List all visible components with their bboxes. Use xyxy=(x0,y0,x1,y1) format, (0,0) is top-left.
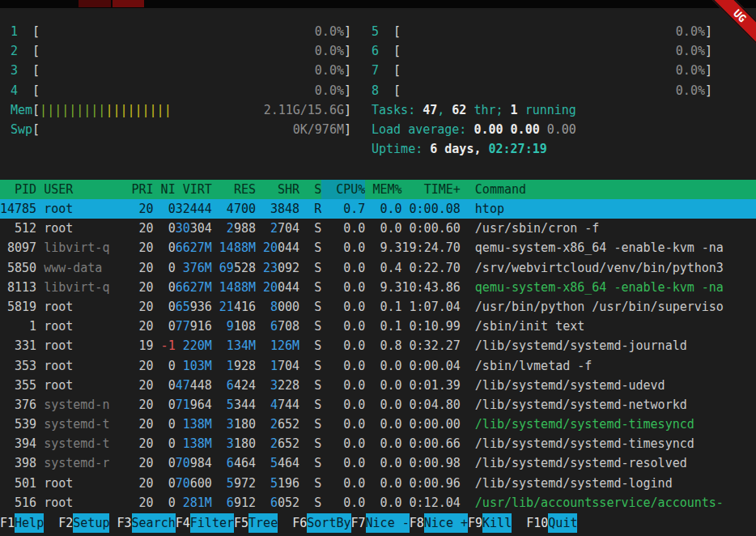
cell-shr: 3848 xyxy=(256,199,299,219)
cell-pri: 20 xyxy=(109,493,153,513)
cell-command: /lib/systemd/systemd-journald xyxy=(475,336,756,355)
process-row[interactable]: 8097libvirt-q2006627M1488M20044S0.09.319… xyxy=(0,238,756,257)
cell-time: 0:00.04 xyxy=(402,356,461,376)
cell-pri: 20 xyxy=(109,376,153,395)
cpu-meter-7-value: 0.0% xyxy=(676,61,705,80)
process-row[interactable]: 394systemd-t200138M31802652S0.00.00:00.6… xyxy=(0,434,756,453)
process-row[interactable]: 331root19-1220M134M126MS0.00.80:32.27/li… xyxy=(0,336,756,355)
column-header-ni[interactable]: NI xyxy=(154,180,176,199)
column-header-command[interactable]: Command xyxy=(475,180,756,199)
cell-cpu: 0.0 xyxy=(321,336,365,355)
cell-cpu: 0.0 xyxy=(321,317,365,336)
titlebar-fragment-1 xyxy=(79,0,111,7)
column-header-s[interactable]: S xyxy=(299,180,321,199)
cell-virt: 32444 xyxy=(176,199,212,219)
cell-pri: 20 xyxy=(109,297,153,317)
htop-terminal: UG 1[0.0%]2[0.0%]3[0.0%]4[0.0%]Mem[|||||… xyxy=(0,0,756,536)
cell-pri: 20 xyxy=(109,238,153,257)
cell-shr: 5196 xyxy=(256,474,299,493)
cell-res: 9108 xyxy=(212,317,256,336)
column-header-res[interactable]: RES xyxy=(212,180,256,199)
process-row[interactable]: 398systemd-r2007098464645464S0.00.00:00.… xyxy=(0,453,756,473)
column-header-virt[interactable]: VIRT xyxy=(176,180,212,199)
column-header-pid[interactable]: PID xyxy=(0,180,36,199)
cpu-meter-2-label: 2 xyxy=(11,41,32,61)
cell-s: R xyxy=(299,199,321,219)
cell-user: root xyxy=(44,376,109,395)
fkey-label: Nice + xyxy=(424,513,468,533)
process-row[interactable]: 516root200281M69126052S0.00.00:12.04/usr… xyxy=(0,493,756,513)
cell-pid: 5850 xyxy=(0,258,36,278)
process-row[interactable]: 1root2007791691086708S0.00.10:10.99/sbin… xyxy=(0,317,756,336)
process-row[interactable]: 512root2003030429882704S0.00.00:00.60/us… xyxy=(0,219,756,238)
cell-s: S xyxy=(299,493,321,513)
cell-user: root xyxy=(44,219,109,238)
cell-res: 5972 xyxy=(212,474,256,493)
fkey-f4[interactable]: F4Filter xyxy=(176,513,234,533)
fkey-f9[interactable]: F9Kill xyxy=(468,513,526,533)
cell-time: 0:22.70 xyxy=(402,258,461,278)
cell-virt: 103M xyxy=(176,356,212,376)
cell-res: 134M xyxy=(212,336,256,355)
cell-pid: 355 xyxy=(0,376,36,395)
process-row[interactable]: 14785root2003244447003848R0.70.00:00.08h… xyxy=(0,199,756,219)
swp-meter-label: Swp xyxy=(11,120,32,139)
process-row[interactable]: 539systemd-t200138M31802652S0.00.00:00.0… xyxy=(0,415,756,434)
cell-s: S xyxy=(299,453,321,473)
fkey-f5[interactable]: F5Tree xyxy=(234,513,292,533)
cpu-meter-2: 2[0.0%] xyxy=(11,41,351,61)
cell-shr: 20044 xyxy=(256,238,299,257)
cell-shr: 20044 xyxy=(256,278,299,297)
process-row[interactable]: 353root200103M19281704S0.00.00:00.04/sbi… xyxy=(0,356,756,376)
cpu-meter-3: 3[0.0%] xyxy=(11,61,351,80)
cell-res: 4700 xyxy=(212,199,256,219)
process-row[interactable]: 5819root20065936214168000S0.00.11:07.04/… xyxy=(0,297,756,317)
column-header-shr[interactable]: SHR xyxy=(256,180,299,199)
cell-mem: 0.0 xyxy=(365,453,401,473)
cpu-meter-6-label: 6 xyxy=(372,41,393,61)
cell-time: 19:24.70 xyxy=(402,238,461,257)
cell-ni: 0 xyxy=(154,238,176,257)
cell-cpu: 0.0 xyxy=(321,493,365,513)
cell-s: S xyxy=(299,415,321,434)
cell-command: /lib/systemd/systemd-timesyncd xyxy=(475,415,756,434)
cell-time: 0:32.27 xyxy=(402,336,461,355)
cell-user: root xyxy=(44,474,109,493)
fkey-f6[interactable]: F6SortBy xyxy=(292,513,350,533)
fkey-f2[interactable]: F2Setup xyxy=(58,513,117,533)
cell-command: qemu-system-x86_64 -enable-kvm -na xyxy=(475,238,756,257)
process-row[interactable]: 355root2004744864243228S0.00.00:01.39/li… xyxy=(0,376,756,395)
cell-mem: 0.0 xyxy=(365,199,401,219)
cell-virt: 77916 xyxy=(176,317,212,336)
process-row[interactable]: 501root2007060059725196S0.00.00:00.96/li… xyxy=(0,474,756,493)
cell-command: /lib/systemd/systemd-logind xyxy=(475,474,756,493)
cell-res: 1928 xyxy=(212,356,256,376)
cell-time: 0:12.04 xyxy=(402,493,461,513)
cpu-meter-4-value: 0.0% xyxy=(315,81,344,100)
cell-pid: 512 xyxy=(0,219,36,238)
cell-cpu: 0.0 xyxy=(321,434,365,453)
process-row[interactable]: 5850www-data200376M6952823092S0.00.40:22… xyxy=(0,258,756,278)
process-row[interactable]: 8113libvirt-q2006627M1488M20044S0.09.310… xyxy=(0,278,756,297)
cell-pid: 14785 xyxy=(0,199,36,219)
fkey-label: Help xyxy=(15,513,44,533)
column-header-pri[interactable]: PRI xyxy=(109,180,153,199)
process-row[interactable]: 376systemd-n2007196453444744S0.00.00:04.… xyxy=(0,395,756,415)
fkey-f1[interactable]: F1Help xyxy=(0,513,58,533)
cell-pid: 501 xyxy=(0,474,36,493)
cell-shr: 5464 xyxy=(256,453,299,473)
fkey-f10[interactable]: F10Quit xyxy=(526,513,592,533)
fkey-f8[interactable]: F8Nice + xyxy=(410,513,468,533)
fkey-f3[interactable]: F3Search xyxy=(117,513,176,533)
column-header-user[interactable]: USER xyxy=(44,180,109,199)
cell-pri: 20 xyxy=(109,199,153,219)
column-header-mem[interactable]: MEM% xyxy=(365,180,401,199)
fkey-f7[interactable]: F7Nice - xyxy=(351,513,410,533)
cell-cpu: 0.7 xyxy=(321,199,365,219)
cell-user: root xyxy=(44,297,109,317)
column-header-cpu[interactable]: CPU% xyxy=(321,180,365,199)
column-header-time[interactable]: TIME+ xyxy=(402,180,461,199)
cell-cpu: 0.0 xyxy=(321,297,365,317)
cell-command: /srv/webvirtcloud/venv/bin/python3 xyxy=(475,258,756,278)
load-average: Load average: 0.00 0.00 0.00 xyxy=(372,120,712,139)
